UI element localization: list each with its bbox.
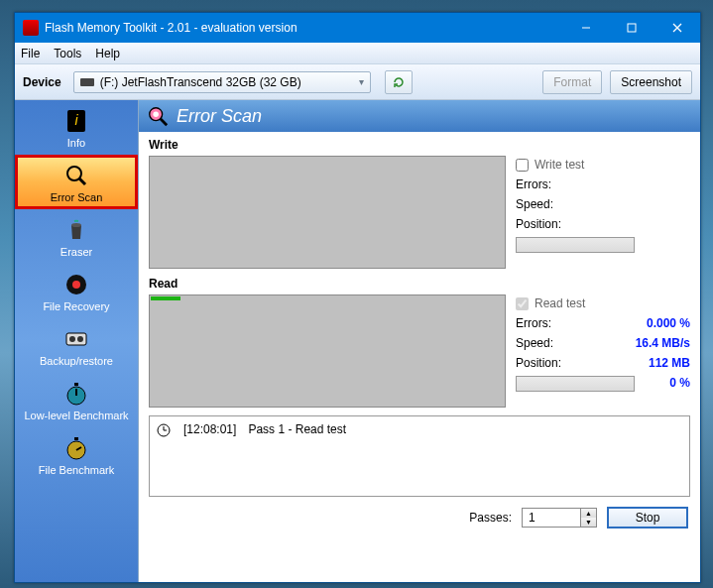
log-time: [12:08:01]: [183, 422, 236, 490]
read-errors-value: 0.000 %: [647, 316, 690, 330]
sidebar-item-label: Info: [67, 137, 85, 149]
read-preview: [149, 294, 506, 408]
sidebar-item-file-recovery[interactable]: File Recovery: [15, 264, 138, 318]
sidebar-item-label: Low-level Benchmark: [24, 410, 128, 421]
read-test-label: Read test: [535, 296, 585, 310]
write-section: Write Write test Errors: Speed: Position…: [139, 132, 700, 271]
write-progress: [516, 237, 635, 253]
write-position-label: Position:: [516, 217, 561, 231]
lifebuoy-icon: [62, 271, 90, 298]
device-combobox[interactable]: (F:) JetFlashTranscend 32GB (32 GB): [73, 71, 371, 93]
tape-icon: [62, 325, 90, 353]
log-text: Pass 1 - Read test: [248, 422, 346, 490]
stopwatch-icon: [62, 380, 90, 408]
app-window: Flash Memory Toolkit - 2.01 - evaluation…: [14, 12, 701, 583]
passes-spinner[interactable]: ▲▼: [522, 508, 597, 528]
menu-help[interactable]: Help: [95, 47, 120, 60]
window-title: Flash Memory Toolkit - 2.01 - evaluation…: [45, 21, 563, 35]
write-test-label: Write test: [535, 158, 584, 172]
maximize-button[interactable]: [609, 13, 654, 43]
sidebar: i Info Error Scan Eraser File Recovery B…: [15, 100, 139, 582]
sidebar-item-low-level-benchmark[interactable]: Low-level Benchmark: [15, 373, 138, 427]
refresh-icon: [391, 74, 407, 90]
menu-file[interactable]: File: [21, 47, 40, 60]
passes-label: Passes:: [469, 511, 512, 525]
clock-icon: [156, 422, 172, 438]
svg-point-12: [69, 336, 75, 342]
write-test-checkbox-label[interactable]: Write test: [516, 158, 690, 172]
device-label: Device: [23, 75, 61, 89]
panel-title: Error Scan: [177, 106, 262, 127]
write-speed-label: Speed:: [516, 197, 553, 211]
spinner-arrows[interactable]: ▲▼: [581, 508, 597, 528]
svg-line-7: [79, 178, 85, 184]
menubar: File Tools Help: [15, 43, 700, 64]
minimize-button[interactable]: [563, 13, 609, 43]
write-preview: [149, 156, 506, 269]
read-position-label: Position:: [516, 356, 561, 370]
menu-tools[interactable]: Tools: [54, 47, 81, 60]
sidebar-item-file-benchmark[interactable]: File Benchmark: [15, 427, 138, 482]
sidebar-item-info[interactable]: i Info: [15, 100, 138, 155]
svg-point-21: [153, 111, 159, 117]
refresh-button[interactable]: [385, 70, 413, 94]
sidebar-item-label: Backup/restore: [40, 355, 113, 367]
titlebar: Flash Memory Toolkit - 2.01 - evaluation…: [15, 13, 700, 43]
panel-header: Error Scan: [139, 100, 700, 132]
read-progress-value: 0 %: [669, 376, 690, 392]
svg-point-13: [77, 336, 83, 342]
sidebar-item-backup-restore[interactable]: Backup/restore: [15, 318, 138, 373]
write-errors-label: Errors:: [516, 177, 551, 191]
content-panel: Error Scan Write Write test Errors: Spee…: [139, 100, 700, 582]
sidebar-item-label: Error Scan: [51, 191, 103, 203]
screenshot-button[interactable]: Screenshot: [610, 70, 692, 94]
read-speed-label: Speed:: [516, 336, 553, 350]
svg-point-6: [67, 167, 81, 180]
sidebar-item-label: File Benchmark: [39, 464, 114, 476]
bottom-bar: Passes: ▲▼ Stop: [139, 503, 700, 536]
toolbar: Device (F:) JetFlashTranscend 32GB (32 G…: [15, 64, 700, 100]
read-progress: [516, 376, 635, 392]
passes-input[interactable]: [522, 508, 581, 528]
read-position-value: 112 MB: [649, 356, 690, 370]
read-errors-label: Errors:: [516, 316, 551, 330]
svg-point-10: [72, 281, 80, 289]
read-progress-strip: [151, 296, 180, 300]
sidebar-item-label: Eraser: [60, 246, 92, 258]
spinner-up-icon[interactable]: ▲: [581, 509, 596, 518]
svg-rect-1: [628, 24, 636, 32]
sidebar-item-error-scan[interactable]: Error Scan: [15, 155, 138, 209]
trash-icon: [62, 216, 90, 244]
svg-line-22: [161, 119, 167, 125]
sidebar-item-label: File Recovery: [43, 300, 109, 312]
close-button[interactable]: [654, 13, 700, 43]
read-section: Read Read test Errors:0.000 % Speed:16.4…: [139, 271, 700, 410]
svg-point-8: [71, 223, 81, 227]
usb-drive-icon: [80, 78, 94, 86]
read-speed-value: 16.4 MB/s: [636, 336, 690, 350]
device-value: (F:) JetFlashTranscend 32GB (32 GB): [100, 75, 301, 89]
stop-button[interactable]: Stop: [607, 507, 688, 529]
magnifier-icon: [62, 162, 90, 189]
sidebar-item-eraser[interactable]: Eraser: [15, 209, 138, 264]
format-button[interactable]: Format: [542, 70, 602, 94]
log-panel: [12:08:01] Pass 1 - Read test: [149, 415, 690, 497]
app-icon: [23, 20, 39, 36]
read-test-checkbox-label[interactable]: Read test: [516, 296, 690, 310]
write-heading: Write: [149, 138, 690, 152]
spinner-down-icon[interactable]: ▼: [581, 518, 596, 527]
write-test-checkbox[interactable]: [516, 159, 529, 172]
svg-rect-19: [74, 437, 78, 440]
info-icon: i: [62, 107, 90, 135]
magnifier-header-icon: [147, 105, 169, 127]
read-heading: Read: [149, 277, 690, 291]
read-test-checkbox[interactable]: [516, 297, 529, 310]
stopwatch-alt-icon: [62, 434, 90, 462]
svg-rect-16: [74, 383, 78, 386]
